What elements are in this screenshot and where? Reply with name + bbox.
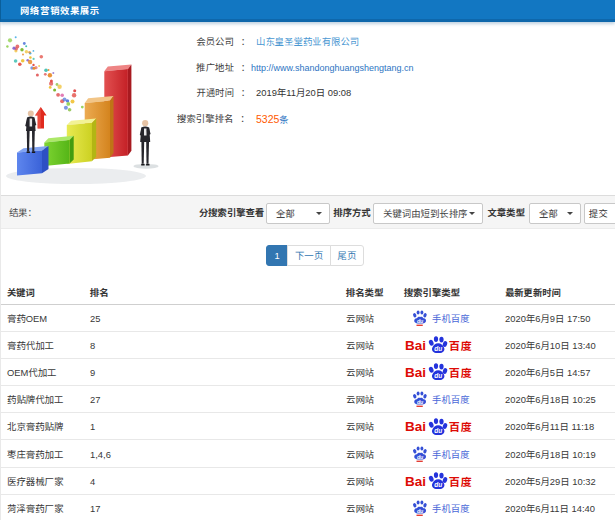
svg-text:du: du — [417, 453, 424, 459]
svg-text:du: du — [434, 481, 442, 488]
svg-text:du: du — [417, 507, 424, 513]
svg-text:du: du — [434, 427, 442, 434]
svg-text:du: du — [417, 399, 424, 405]
svg-text:du: du — [434, 373, 442, 380]
svg-text:du: du — [417, 317, 424, 323]
svg-text:du: du — [434, 346, 442, 353]
